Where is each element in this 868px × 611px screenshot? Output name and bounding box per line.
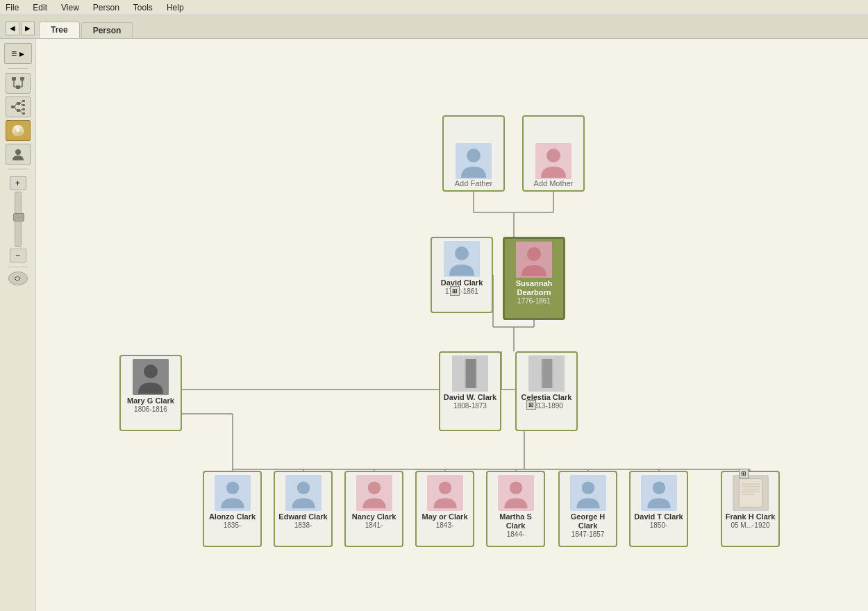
add-father-card[interactable]: Add Father	[442, 115, 505, 192]
edward-name: Edward Clark	[278, 512, 327, 521]
martha-avatar	[498, 475, 534, 511]
svg-point-52	[546, 149, 560, 162]
david-clark-name: David Clark	[441, 278, 483, 287]
george-dates: 1847-1857	[571, 530, 605, 538]
nancy-avatar	[356, 475, 392, 511]
alonzo-clark-card[interactable]: Alonzo Clark 1835-	[203, 471, 262, 547]
photo-female	[528, 355, 565, 392]
zoom-thumb[interactable]	[13, 213, 24, 221]
fan-btn[interactable]	[6, 120, 31, 141]
may-or-clark-card[interactable]: May or Clark 1843-	[415, 471, 474, 547]
expand-icon-1[interactable]: ⊞	[450, 286, 460, 296]
david-w-avatar	[452, 355, 488, 392]
nancy-dates: 1841-	[365, 521, 383, 529]
expand-icon-3[interactable]: ⊞	[739, 469, 749, 478]
svg-line-15	[15, 107, 17, 110]
fan-icon	[10, 123, 26, 138]
person-icon	[10, 147, 26, 162]
main-layout: ≡ ▸	[0, 39, 868, 611]
menubar: File Edit View Person Tools Help	[0, 0, 868, 15]
may-name: May or Clark	[422, 512, 467, 521]
person-btn[interactable]	[6, 144, 31, 165]
david-t-dates: 1850-	[650, 521, 668, 529]
david-clark-avatar	[444, 241, 480, 277]
svg-point-56	[527, 247, 541, 261]
nancy-clark-card[interactable]: Nancy Clark 1841-	[344, 471, 403, 547]
david-clark-card[interactable]: David Clark 1772-1861	[431, 237, 493, 313]
zoom-track[interactable]	[15, 192, 22, 247]
svg-point-54	[455, 246, 469, 260]
female-silhouette-5	[499, 476, 533, 510]
male-silhouette-2	[444, 241, 480, 277]
svg-rect-64	[541, 359, 553, 388]
menu-file[interactable]: File	[3, 1, 22, 14]
male-silhouette-6	[642, 476, 676, 510]
alonzo-name: Alonzo Clark	[209, 512, 256, 521]
sidebar: ≡ ▸	[0, 39, 36, 611]
document-photo	[734, 476, 767, 510]
frank-avatar	[733, 475, 769, 511]
edward-avatar	[285, 475, 322, 511]
add-father-avatar	[456, 143, 492, 179]
tab-tree[interactable]: Tree	[39, 22, 80, 38]
nancy-name: Nancy Clark	[352, 512, 397, 521]
male-silhouette-4	[287, 476, 320, 510]
add-mother-label: Add Mother	[534, 179, 574, 187]
george-name: George H Clark	[562, 512, 613, 530]
svg-point-76	[581, 481, 594, 494]
female-silhouette	[535, 143, 571, 179]
susannah-dearborn-card[interactable]: Susannah Dearborn 1776-1861	[503, 237, 565, 320]
svg-point-72	[438, 481, 451, 494]
tree-canvas[interactable]: Add Father Add Mother ⊞	[36, 39, 868, 611]
svg-rect-12	[22, 108, 25, 110]
nav-arrows: ◀ ▶	[6, 22, 35, 35]
zoom-in-btn[interactable]: +	[10, 176, 26, 190]
svg-point-74	[509, 481, 521, 494]
svg-point-50	[467, 149, 481, 162]
susannah-avatar	[516, 242, 552, 278]
pedigree-btn[interactable]	[6, 97, 31, 117]
edward-dates: 1838-	[294, 521, 312, 529]
george-h-clark-card[interactable]: George H Clark 1847-1857	[558, 471, 617, 547]
family-tree-btn[interactable]	[6, 73, 31, 94]
zoom-slider: + −	[10, 176, 26, 262]
mary-g-clark-card[interactable]: Mary G Clark 1806-1816	[119, 355, 182, 431]
menu-person[interactable]: Person	[90, 1, 122, 14]
svg-line-16	[20, 101, 22, 104]
tab-person[interactable]: Person	[81, 22, 133, 38]
svg-line-19	[20, 110, 22, 114]
sidebar-oval-btn[interactable]: ⬭	[8, 271, 28, 285]
tabbar: ◀ ▶ Tree Person	[0, 15, 868, 39]
photo-male	[452, 355, 488, 392]
mary-name: Mary G Clark	[127, 396, 174, 405]
nav-back[interactable]: ◀	[6, 22, 19, 35]
svg-rect-1	[20, 77, 24, 81]
svg-rect-7	[11, 106, 15, 108]
svg-point-58	[144, 365, 158, 378]
david-w-clark-card[interactable]: David W. Clark 1808-1873	[439, 351, 501, 431]
david-w-dates: 1808-1873	[453, 402, 487, 410]
david-w-name: David W. Clark	[444, 393, 496, 402]
add-mother-avatar	[535, 143, 571, 179]
martha-s-clark-card[interactable]: Martha S Clark 1844-	[486, 471, 545, 547]
mary-avatar	[133, 359, 169, 395]
zoom-out-btn[interactable]: −	[10, 249, 26, 262]
svg-rect-80	[739, 479, 762, 508]
nav-forward[interactable]: ▶	[21, 22, 35, 35]
add-mother-card[interactable]: Add Mother	[522, 115, 585, 192]
expand-icon-2[interactable]: ⊞	[526, 400, 536, 410]
svg-rect-11	[22, 104, 25, 106]
sidebar-toggle-btn[interactable]: ≡ ▸	[4, 43, 32, 64]
edward-clark-card[interactable]: Edward Clark 1838-	[274, 471, 333, 547]
david-t-clark-card[interactable]: David T Clark 1850-	[629, 471, 688, 547]
male-silhouette	[456, 143, 492, 179]
svg-line-17	[20, 103, 22, 106]
menu-edit[interactable]: Edit	[30, 1, 50, 14]
menu-help[interactable]: Help	[164, 1, 187, 14]
menu-tools[interactable]: Tools	[131, 1, 156, 14]
celestia-clark-card[interactable]: Celestia Clark 1813-1890	[515, 351, 578, 431]
frank-h-clark-card[interactable]: Frank H Clark 05 M...-1920	[721, 471, 780, 547]
svg-point-21	[15, 149, 21, 155]
menu-view[interactable]: View	[58, 1, 82, 14]
david-t-avatar	[641, 475, 677, 511]
